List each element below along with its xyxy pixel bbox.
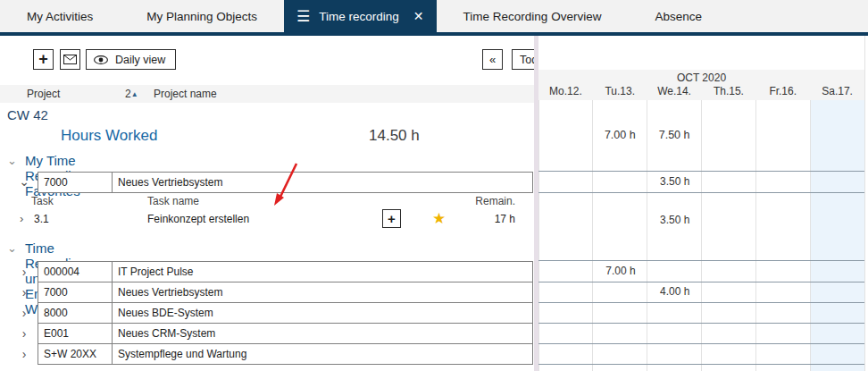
previous-period-button[interactable]: « (482, 49, 503, 70)
add-button[interactable]: + (33, 49, 54, 70)
menu-icon[interactable]: ☰ (296, 9, 310, 24)
day-cell[interactable] (755, 265, 810, 277)
day-header[interactable]: Sa.17. (810, 85, 864, 97)
day-cell[interactable] (701, 175, 755, 188)
day-cell[interactable] (538, 285, 593, 298)
day-cell[interactable] (647, 265, 702, 277)
day-cell[interactable] (538, 214, 593, 226)
calendar-week-label: CW 42 (7, 107, 48, 122)
grid-line (538, 171, 864, 172)
project-name: Neues BDE-System (113, 303, 213, 323)
favorite-star-icon[interactable]: ★ (432, 209, 446, 228)
chevron-right-icon[interactable]: › (18, 285, 30, 299)
day-header[interactable]: Mo.12. (538, 85, 593, 97)
day-header[interactable]: Th.15. (701, 85, 755, 97)
chevron-down-icon[interactable]: ⌄ (7, 241, 17, 255)
day-cell[interactable] (755, 285, 810, 298)
project-code: E001 (38, 324, 113, 343)
project-row-cells: 7.00 h (538, 265, 864, 277)
day-cell[interactable] (810, 129, 864, 141)
chevron-right-icon[interactable]: › (18, 347, 30, 361)
column-project[interactable]: Project (27, 85, 60, 103)
project-row[interactable]: 000004 IT Project Pulse (38, 261, 533, 282)
project-code: S+W 20XX (38, 344, 113, 364)
day-cell[interactable] (810, 175, 864, 188)
tab-label: Absence (655, 10, 702, 23)
table-column-header: Project 2▲ Project name (0, 85, 534, 103)
add-time-entry-button[interactable]: + (382, 209, 401, 228)
day-cell[interactable] (755, 129, 810, 141)
project-row[interactable]: 8000 Neues BDE-System (38, 302, 533, 324)
project-row[interactable]: E001 Neues CRM-System (38, 323, 533, 344)
project-code: 8000 (38, 303, 113, 323)
chevron-right-icon[interactable]: › (20, 212, 23, 225)
day-cell[interactable] (593, 175, 647, 188)
project-row[interactable]: S+W 20XX Systempflege und Wartung (38, 343, 533, 365)
day-cell[interactable] (810, 285, 864, 298)
project-row[interactable]: 7000 Neues Vertriebsystem (38, 282, 533, 303)
project-name: IT Project Pulse (113, 262, 193, 282)
tab-label: My Planning Objects (146, 10, 257, 23)
day-cell[interactable] (810, 214, 864, 226)
chevron-right-icon[interactable]: › (18, 326, 30, 341)
day-cell[interactable] (701, 285, 755, 298)
daily-view-label: Daily view (115, 54, 165, 66)
day-cell[interactable]: 3.50 h (647, 214, 702, 226)
day-cell[interactable]: 3.50 h (647, 175, 702, 188)
day-cell[interactable] (755, 175, 810, 188)
column-task: Task (31, 195, 54, 207)
project-name: Systempflege und Wartung (113, 344, 246, 364)
plus-icon: + (388, 211, 396, 226)
tab-my-activities[interactable]: My Activities (0, 0, 120, 32)
day-cell[interactable] (593, 214, 647, 226)
project-code: 7000 (38, 282, 113, 302)
day-cell[interactable]: 7.00 h (593, 265, 647, 277)
project-table-panel: + Daily view « Today (0, 36, 534, 371)
tab-my-planning-objects[interactable]: My Planning Objects (120, 0, 284, 32)
task-code: 3.1 (34, 213, 49, 225)
day-cell[interactable] (701, 214, 755, 226)
hours-worked-label: Hours Worked (61, 127, 157, 145)
day-header[interactable]: We.14. (647, 85, 702, 97)
chevron-down-icon[interactable]: ⌄ (18, 174, 30, 189)
day-cell[interactable] (810, 265, 864, 277)
column-task-name: Task name (147, 195, 199, 207)
day-cell[interactable] (755, 214, 810, 226)
tab-absence[interactable]: Absence (628, 0, 729, 32)
tab-time-recording-overview[interactable]: Time Recording Overview (437, 0, 629, 32)
sort-indicator[interactable]: 2▲ (125, 85, 138, 104)
panel-splitter[interactable] (534, 36, 538, 371)
close-icon[interactable]: ✕ (413, 9, 424, 23)
calendar-month-label: OCT 2020 (538, 72, 864, 84)
hours-worked-total: 14.50 h (369, 127, 420, 145)
hours-worked-cells: 7.00 h 7.50 h (538, 129, 864, 141)
chevron-right-icon[interactable]: › (18, 306, 30, 320)
mail-button[interactable] (60, 49, 80, 70)
day-cell[interactable]: 7.00 h (593, 129, 647, 141)
day-cell[interactable] (701, 129, 755, 141)
day-cell[interactable]: 4.00 h (647, 285, 702, 298)
tab-time-recording[interactable]: ☰ Time recording ✕ (284, 0, 437, 32)
eye-icon (94, 55, 108, 64)
right-edge-strip (864, 36, 868, 371)
grid-line (538, 343, 864, 344)
day-header[interactable]: Tu.13. (593, 85, 647, 97)
grid-line (538, 192, 864, 193)
day-cell[interactable]: 7.50 h (647, 129, 702, 141)
tab-label: Time Recording Overview (463, 10, 602, 23)
day-cell[interactable] (538, 129, 593, 141)
day-cell[interactable] (701, 265, 755, 277)
favorite-project-row[interactable]: 7000 Neues Vertriebsystem (38, 172, 533, 193)
chevron-right-icon[interactable]: › (18, 265, 30, 279)
day-header[interactable]: Fr.16. (755, 85, 810, 97)
task-row[interactable]: › 3.1 Feinkonzept erstellen + ★ 17 h (0, 209, 534, 231)
day-cell[interactable] (538, 265, 593, 277)
column-project-name[interactable]: Project name (154, 85, 217, 103)
chevron-down-icon[interactable]: ⌄ (7, 154, 17, 167)
day-cell[interactable] (538, 175, 593, 188)
favorite-project-cells: 3.50 h (538, 175, 864, 188)
column-remaining: Remain. (475, 195, 515, 207)
day-cell[interactable] (593, 285, 647, 298)
task-cells: 3.50 h (538, 214, 864, 226)
daily-view-button[interactable]: Daily view (86, 49, 176, 70)
